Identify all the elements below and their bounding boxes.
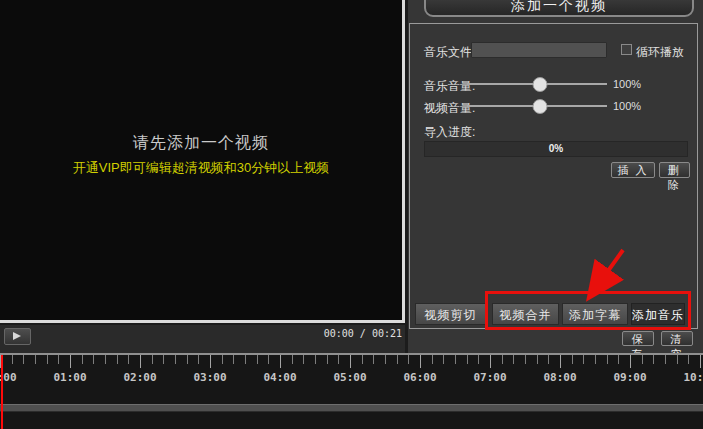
timeline-tick	[198, 355, 199, 364]
save-button[interactable]: 保 存	[622, 331, 654, 346]
music-volume-slider[interactable]	[467, 83, 607, 85]
timeline-tick	[280, 355, 281, 368]
timeline-ruler[interactable]: 00:0001:0002:0003:0004:0005:0006:0007:00…	[0, 353, 703, 429]
music-volume-label: 音乐音量:	[424, 78, 475, 95]
timeline-tick	[677, 355, 678, 364]
timeline-label: 05:00	[333, 371, 366, 384]
timeline-tick	[595, 355, 596, 364]
timeline-tick	[420, 355, 421, 368]
tab-4[interactable]: 添加音乐	[631, 303, 685, 325]
timeline-tick	[455, 355, 456, 364]
insert-button[interactable]: 插 入	[611, 162, 655, 178]
timeline-label: 02:00	[123, 371, 156, 384]
timeline-tick	[443, 355, 444, 364]
timeline-tick	[607, 355, 608, 364]
timeline-tick	[163, 355, 164, 364]
timeline-tick	[82, 355, 83, 364]
time-display: 00:00 / 00:21	[324, 328, 402, 339]
video-volume-label: 视频音量:	[424, 100, 475, 117]
timeline-tick	[58, 355, 59, 364]
timeline-tick	[350, 355, 351, 368]
timeline-tick	[560, 355, 561, 368]
timeline-tick	[432, 355, 433, 364]
timeline-tick	[292, 355, 293, 364]
music-volume-value: 100%	[613, 78, 641, 90]
music-file-label: 音乐文件:	[424, 44, 475, 61]
timeline-tick	[385, 355, 386, 364]
timeline-tick	[338, 355, 339, 364]
timeline-tick	[257, 355, 258, 364]
timeline-tick	[362, 355, 363, 364]
vip-upsell-message: 开通VIP即可编辑超清视频和30分钟以上视频	[0, 159, 402, 177]
timeline-track-bar[interactable]	[0, 404, 703, 412]
timeline-tick	[700, 355, 701, 368]
timeline-tick	[688, 355, 689, 364]
timeline-tick	[23, 355, 24, 364]
timeline-tick	[467, 355, 468, 364]
timeline-tick	[140, 355, 141, 368]
timeline-tick	[187, 355, 188, 364]
timeline-tick	[245, 355, 246, 364]
timeline-tick	[315, 355, 316, 364]
timeline-tick	[618, 355, 619, 364]
import-progress-bar: 0%	[424, 141, 688, 157]
timeline-tick	[397, 355, 398, 364]
play-button[interactable]	[4, 328, 31, 345]
timeline-tick	[327, 355, 328, 364]
timeline-label: 08:00	[543, 371, 576, 384]
video-volume-slider[interactable]	[467, 105, 607, 107]
tab-1[interactable]: 视频剪切	[415, 303, 486, 325]
app-window: 请先添加一个视频 开通VIP即可编辑超清视频和30分钟以上视频 添加一个视频 音…	[0, 0, 703, 429]
timeline-tick	[70, 355, 71, 368]
import-progress-value: 0%	[425, 142, 687, 156]
timeline-playhead[interactable]	[1, 355, 3, 429]
timeline-tick	[175, 355, 176, 364]
tab-2[interactable]: 视频合并	[492, 303, 559, 325]
timeline-tick	[525, 355, 526, 364]
timeline-tick	[642, 355, 643, 364]
timeline-tick	[222, 355, 223, 364]
clear-button[interactable]: 清 空	[661, 331, 693, 346]
import-progress-label: 导入进度:	[424, 124, 475, 141]
timeline-tick	[373, 355, 374, 364]
timeline-tick	[303, 355, 304, 364]
timeline-tick	[268, 355, 269, 364]
music-file-input[interactable]	[471, 42, 607, 58]
preview-empty-message: 请先添加一个视频	[0, 133, 402, 154]
timeline-tick	[665, 355, 666, 364]
loop-playback-checkbox[interactable]	[621, 44, 632, 55]
timeline-tick	[408, 355, 409, 364]
loop-playback-label: 循环播放	[636, 44, 684, 61]
timeline-label: 04:00	[263, 371, 296, 384]
timeline-tick	[47, 355, 48, 364]
music-volume-thumb[interactable]	[532, 77, 547, 92]
video-volume-thumb[interactable]	[532, 99, 547, 114]
timeline-label: 06:00	[403, 371, 436, 384]
timeline-tick	[653, 355, 654, 364]
timeline-tick	[513, 355, 514, 364]
timeline-label: 01:00	[53, 371, 86, 384]
playback-control-bar: 00:00 / 00:21	[0, 325, 405, 353]
delete-button[interactable]: 删 除	[659, 162, 690, 178]
timeline-label: 09:00	[613, 371, 646, 384]
timeline-label: 10:00	[683, 371, 703, 384]
timeline-tick	[35, 355, 36, 364]
timeline-tick	[490, 355, 491, 368]
timeline-tick	[152, 355, 153, 364]
timeline-tick	[537, 355, 538, 364]
video-preview-area: 请先添加一个视频 开通VIP即可编辑超清视频和30分钟以上视频	[0, 0, 405, 323]
timeline-label: 07:00	[473, 371, 506, 384]
timeline-tick	[583, 355, 584, 364]
timeline-tick	[630, 355, 631, 368]
timeline-label: 03:00	[193, 371, 226, 384]
play-icon	[13, 332, 21, 340]
timeline-tick	[93, 355, 94, 364]
video-volume-value: 100%	[613, 100, 641, 112]
timeline-tick	[572, 355, 573, 364]
tab-3[interactable]: 添加字幕	[562, 303, 628, 325]
timeline-tick	[478, 355, 479, 364]
timeline-tick	[12, 355, 13, 364]
add-video-button[interactable]: 添加一个视频	[424, 0, 694, 17]
timeline-tick	[105, 355, 106, 364]
timeline-tick	[233, 355, 234, 364]
